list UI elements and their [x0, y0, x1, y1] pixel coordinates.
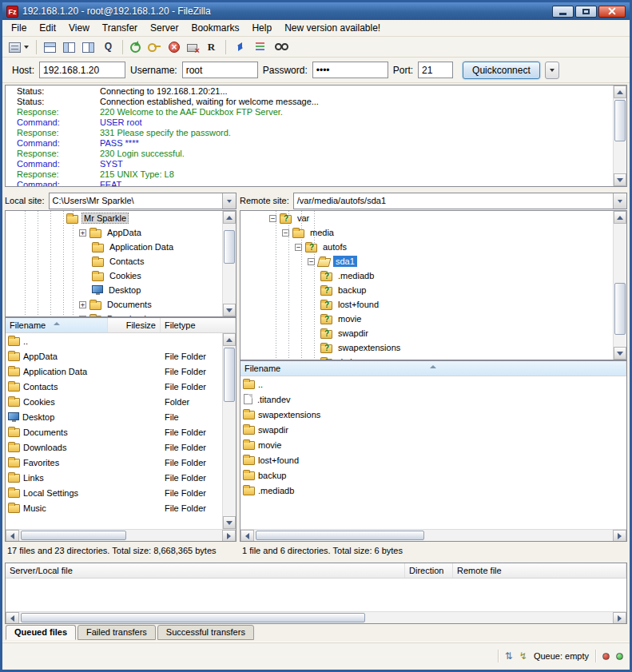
expand-icon[interactable]: [79, 316, 86, 317]
column-header-server-local-file[interactable]: Server/Local file: [6, 563, 405, 578]
tree-item[interactable]: Downloads: [6, 312, 222, 316]
scrollbar-thumb[interactable]: [614, 100, 626, 141]
column-header-direction[interactable]: Direction: [405, 563, 453, 578]
tree-item[interactable]: Documents: [6, 297, 222, 312]
tree-item[interactable]: .mediadb: [240, 268, 613, 283]
synchronized-browsing-button[interactable]: [251, 38, 271, 56]
local-tree-scrollbar[interactable]: [222, 211, 236, 316]
menu-view[interactable]: View: [62, 20, 96, 36]
file-row[interactable]: .titandev: [240, 392, 626, 407]
tree-item[interactable]: lost+found: [240, 297, 613, 312]
menu-file[interactable]: File: [5, 20, 33, 36]
file-row[interactable]: swapextensions: [240, 407, 626, 422]
toggle-queue-button[interactable]: [98, 38, 118, 56]
tree-item[interactable]: Application Data: [6, 240, 222, 254]
file-row[interactable]: DocumentsFile Folder: [6, 424, 222, 439]
tree-item[interactable]: Mr Sparkle: [6, 211, 222, 225]
tree-item[interactable]: Desktop: [6, 283, 222, 297]
file-row[interactable]: backup: [240, 467, 626, 483]
expand-icon[interactable]: [79, 229, 86, 237]
remote-list-hscrollbar[interactable]: [240, 529, 626, 541]
local-list-scrollbar[interactable]: [222, 333, 236, 529]
menu-server[interactable]: Server: [144, 20, 185, 36]
toggle-message-log-button[interactable]: [41, 38, 59, 56]
collapse-icon[interactable]: [308, 258, 315, 265]
scroll-down-button[interactable]: [614, 173, 626, 186]
minimize-button[interactable]: [552, 6, 574, 18]
refresh-button[interactable]: [127, 38, 144, 56]
scroll-up-button[interactable]: [223, 211, 236, 224]
tree-item[interactable]: AppData: [6, 225, 222, 240]
collapse-icon[interactable]: [295, 244, 302, 251]
site-manager-button[interactable]: [6, 38, 32, 56]
port-input[interactable]: [418, 62, 453, 78]
queue-hscrollbar[interactable]: [6, 611, 626, 623]
file-row[interactable]: AppDataFile Folder: [6, 348, 222, 364]
file-row[interactable]: ..: [6, 333, 222, 348]
tree-item[interactable]: sda1: [240, 254, 613, 268]
file-row[interactable]: ..: [240, 376, 626, 392]
log-scrollbar[interactable]: [613, 85, 626, 186]
file-row[interactable]: .mediadb: [240, 483, 626, 498]
tree-item[interactable]: media: [240, 225, 613, 240]
scroll-right-button[interactable]: [222, 530, 236, 542]
scroll-left-button[interactable]: [240, 530, 254, 542]
scroll-right-button[interactable]: [613, 612, 626, 624]
remote-tree-scrollbar[interactable]: [613, 211, 626, 360]
tree-item[interactable]: backup: [240, 283, 613, 297]
directory-comparison-button[interactable]: [230, 38, 250, 56]
quickconnect-button[interactable]: Quickconnect: [463, 62, 540, 79]
reconnect-button[interactable]: [201, 38, 221, 56]
local-list-hscrollbar[interactable]: [6, 529, 236, 541]
menu-help[interactable]: Help: [245, 20, 278, 36]
file-row[interactable]: Application DataFile Folder: [6, 364, 222, 379]
menu-edit[interactable]: Edit: [33, 20, 62, 36]
file-row[interactable]: CookiesFolder: [6, 394, 222, 409]
scroll-left-button[interactable]: [6, 530, 19, 542]
tab-queued-files[interactable]: Queued files: [6, 625, 76, 640]
process-queue-button[interactable]: [145, 38, 165, 56]
local-site-combo[interactable]: C:\Users\Mr Sparkle\: [49, 193, 237, 209]
file-row[interactable]: DownloadsFile Folder: [6, 439, 222, 455]
scrollbar-thumb[interactable]: [614, 283, 626, 335]
collapse-icon[interactable]: [282, 229, 289, 237]
disconnect-button[interactable]: [184, 38, 201, 56]
file-row[interactable]: MusicFile Folder: [6, 500, 222, 515]
column-header-filetype[interactable]: Filetype: [161, 318, 236, 332]
column-header-filename[interactable]: Filename: [6, 318, 108, 332]
scrollbar-thumb[interactable]: [256, 531, 424, 540]
collapse-icon[interactable]: [269, 215, 276, 222]
username-input[interactable]: [182, 62, 258, 78]
expand-icon[interactable]: [79, 301, 86, 308]
file-row[interactable]: lost+found: [240, 452, 626, 467]
scroll-down-button[interactable]: [223, 516, 236, 529]
scroll-down-button[interactable]: [223, 304, 236, 316]
tree-item[interactable]: swapdir: [240, 326, 613, 340]
tree-item[interactable]: swapextensions: [240, 340, 613, 355]
tab-failed-transfers[interactable]: Failed transfers: [78, 625, 156, 640]
scrollbar-thumb[interactable]: [21, 531, 126, 540]
tab-successful-transfers[interactable]: Successful transfers: [157, 625, 254, 640]
menu-bookmarks[interactable]: Bookmarks: [185, 20, 245, 36]
remote-site-combo[interactable]: /var/media/autofs/sda1: [293, 193, 627, 209]
close-button[interactable]: [598, 6, 626, 18]
column-header-filename[interactable]: Filename: [240, 361, 626, 376]
tree-item[interactable]: movie: [240, 312, 613, 326]
tree-item[interactable]: autofs: [240, 240, 613, 254]
scrollbar-thumb[interactable]: [224, 230, 235, 264]
scroll-up-button[interactable]: [223, 333, 236, 346]
password-input[interactable]: [312, 62, 388, 78]
combo-dropdown-button[interactable]: [222, 193, 236, 209]
toggle-remote-tree-button[interactable]: [79, 38, 97, 56]
file-row[interactable]: LinksFile Folder: [6, 470, 222, 485]
speed-limits-icon[interactable]: ↯: [519, 650, 527, 662]
toggle-local-tree-button[interactable]: [60, 38, 78, 56]
column-header-filesize[interactable]: Filesize: [108, 318, 161, 332]
scroll-right-button[interactable]: [613, 530, 626, 542]
scroll-up-button[interactable]: [614, 211, 626, 224]
scrollbar-thumb[interactable]: [21, 613, 365, 622]
tree-item[interactable]: Cookies: [6, 268, 222, 283]
scroll-down-button[interactable]: [614, 347, 626, 360]
tree-item[interactable]: var: [240, 211, 613, 225]
cancel-button[interactable]: [165, 38, 183, 56]
